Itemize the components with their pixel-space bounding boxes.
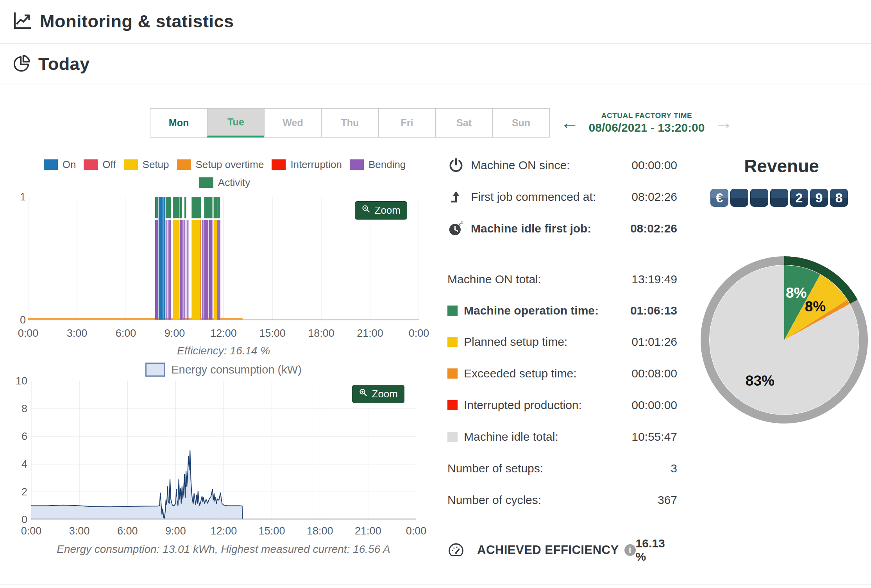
status-segment-setup xyxy=(214,220,217,320)
day-tab-thu[interactable]: Thu xyxy=(321,108,379,138)
status-segment-bending xyxy=(166,220,166,320)
stat-value: 00:00:00 xyxy=(631,159,677,172)
energy-chart-zoom-button[interactable]: Zoom xyxy=(352,385,404,403)
status-chart-y-axis: 10 xyxy=(10,197,26,320)
activity-segment xyxy=(180,197,182,218)
legend-item-setup[interactable]: Setup xyxy=(124,159,169,171)
legend-label-activity: Activity xyxy=(218,177,250,189)
previous-day-arrow-icon[interactable]: ← xyxy=(560,110,579,136)
stat-label: Machine ON since: xyxy=(471,159,570,172)
status-legend-row-2: Activity xyxy=(23,177,426,189)
energy-legend-label: Energy consumption (kW) xyxy=(171,363,302,376)
status-segment-on xyxy=(159,197,163,320)
stat-label: Interrupted production: xyxy=(464,399,582,412)
next-section-divider xyxy=(0,584,871,588)
legend-label-interruption: Interruption xyxy=(290,159,342,171)
day-tab-sun[interactable]: Sun xyxy=(492,108,550,138)
pie-label: 83% xyxy=(746,373,774,389)
currency-tile: € xyxy=(710,189,728,207)
stat-row-machine-on-total: Machine ON total:13:19:49 xyxy=(447,270,677,289)
legend-label-off: Off xyxy=(102,159,116,171)
x-tick: 6:00 xyxy=(117,525,138,537)
stat-row-machine-operation-time: Machine operation time:01:06:13 xyxy=(447,301,677,320)
factory-time: ACTUAL FACTORY TIME 08/06/2021 - 13:20:0… xyxy=(588,110,705,134)
stat-value: 367 xyxy=(658,493,677,507)
energy-legend[interactable]: Energy consumption (kW) xyxy=(28,363,419,377)
energy-caption: Energy consumption: 13.01 kWh, Highest m… xyxy=(28,543,419,556)
energy-y-tick: 10 xyxy=(16,375,27,387)
revenue-digit-tile: 9 xyxy=(810,189,828,207)
monitoring-chart-icon xyxy=(12,10,33,33)
stat-color-swatch xyxy=(447,368,458,379)
status-segment-bending xyxy=(218,220,219,320)
status-segment-setup xyxy=(191,220,200,320)
stat-color-swatch xyxy=(447,432,458,442)
revenue-counter: €298 xyxy=(710,189,848,207)
day-tabs: MonTueWedThuFriSatSun xyxy=(150,108,550,138)
zoom-button-label: Zoom xyxy=(375,204,401,216)
x-tick: 0:00 xyxy=(409,327,429,340)
status-chart-zoom-button[interactable]: Zoom xyxy=(355,201,407,220)
x-tick: 18:00 xyxy=(307,525,333,537)
x-tick: 0:00 xyxy=(406,525,427,537)
legend-item-bending[interactable]: Bending xyxy=(350,159,406,171)
stat-value: 08:02:26 xyxy=(631,190,677,204)
legend-item-on[interactable]: On xyxy=(44,159,76,171)
stat-color-swatch xyxy=(447,400,458,410)
first-job-icon xyxy=(447,188,465,206)
status-y-tick: 0 xyxy=(20,314,26,326)
stat-value: 13:19:49 xyxy=(631,273,677,286)
section-header: Today xyxy=(0,45,871,84)
stat-color-swatch xyxy=(447,306,458,316)
info-icon[interactable]: i xyxy=(624,544,636,556)
x-tick: 12:00 xyxy=(211,525,237,537)
revenue-digit-tile xyxy=(750,189,768,207)
status-segment-bending xyxy=(220,220,220,320)
day-tab-mon[interactable]: Mon xyxy=(150,108,207,138)
x-tick: 18:00 xyxy=(308,327,334,340)
legend-item-off[interactable]: Off xyxy=(84,159,116,171)
x-tick: 3:00 xyxy=(69,525,90,537)
x-tick: 0:00 xyxy=(21,525,42,537)
legend-item-setup_overtime[interactable]: Setup overtime xyxy=(177,159,264,171)
day-tab-wed[interactable]: Wed xyxy=(264,108,322,138)
status-segment-bending xyxy=(180,220,181,320)
status-segment-bending xyxy=(188,220,188,320)
power-icon xyxy=(447,157,465,174)
revenue-digit-tile: 2 xyxy=(790,189,808,207)
stat-label: Machine ON total: xyxy=(447,273,541,286)
status-segment-bending xyxy=(204,220,208,320)
stat-row-machine-on-since: Machine ON since:00:00:00 xyxy=(447,155,677,175)
status-segment-bending xyxy=(182,220,183,320)
factory-time-nav: ← ACTUAL FACTORY TIME 08/06/2021 - 13:20… xyxy=(560,110,733,136)
stat-row-number-of-setups: Number of setups:3 xyxy=(447,459,677,478)
status-legend-row-1: OnOffSetupSetup overtimeInterruptionBend… xyxy=(23,159,426,171)
factory-time-value: 08/06/2021 - 13:20:00 xyxy=(588,121,705,134)
next-day-arrow-icon[interactable]: → xyxy=(714,110,733,136)
activity-segment xyxy=(191,197,201,218)
legend-swatch-off xyxy=(84,159,98,170)
legend-swatch-setup_overtime xyxy=(177,159,191,170)
energy-chart-plot[interactable]: Zoom xyxy=(31,381,416,520)
page-header: Monitoring & statistics xyxy=(0,0,871,44)
legend-item-interruption[interactable]: Interruption xyxy=(272,159,342,171)
energy-chart-x-axis: 0:003:006:009:0012:0015:0018:0021:000:00 xyxy=(31,525,416,538)
factory-time-label: ACTUAL FACTORY TIME xyxy=(588,111,705,120)
status-chart-plot[interactable]: Zoom xyxy=(28,197,419,320)
status-segment-bending xyxy=(184,220,185,320)
status-segment-bending xyxy=(181,220,182,320)
day-tab-sat[interactable]: Sat xyxy=(435,108,493,138)
x-tick: 15:00 xyxy=(259,525,285,537)
magnifier-plus-icon xyxy=(359,388,368,400)
activity-segment xyxy=(214,197,217,218)
status-segment-bending xyxy=(186,220,186,320)
day-tab-tue[interactable]: Tue xyxy=(207,108,265,138)
legend-item-activity[interactable]: Activity xyxy=(199,177,250,189)
page-title: Monitoring & statistics xyxy=(40,11,234,32)
day-tab-fri[interactable]: Fri xyxy=(378,108,436,138)
status-segment-setup xyxy=(173,220,180,320)
activity-segment xyxy=(184,197,186,218)
stat-row-machine-idle-total: Machine idle total:10:55:47 xyxy=(447,427,677,447)
legend-swatch-bending xyxy=(350,159,364,170)
stat-row-exceeded-setup-time: Exceeded setup time:00:08:00 xyxy=(447,364,677,383)
